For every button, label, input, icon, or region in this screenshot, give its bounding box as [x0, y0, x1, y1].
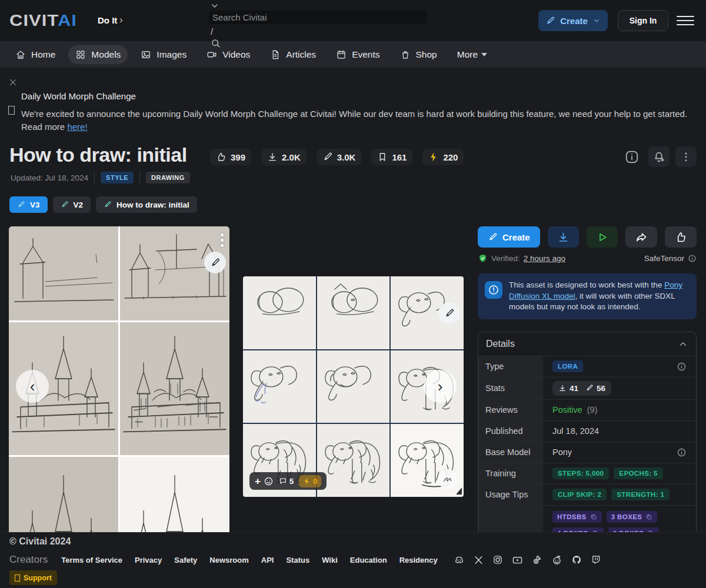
search-icon[interactable] [210, 38, 221, 49]
footer-link-terms[interactable]: Terms of Service [61, 556, 122, 564]
copyright: © Civitai 2024 [9, 536, 71, 547]
downloads-stat[interactable]: 2.0K [261, 149, 307, 165]
civitai-logo[interactable]: CIVITAI [9, 10, 77, 30]
instagram-icon[interactable] [492, 554, 503, 565]
share-icon [635, 231, 648, 243]
exclamation-circle-icon [488, 284, 499, 296]
footer-link-api[interactable]: API [261, 556, 274, 564]
heart-icon [15, 574, 20, 582]
hamburger-menu-button[interactable] [677, 13, 694, 28]
lightning-icon [303, 477, 311, 485]
brush-icon [17, 201, 25, 209]
remix-brush-badge[interactable] [204, 252, 226, 273]
carousel-prev-button[interactable]: ‹ [16, 370, 49, 403]
announcement-title: Daily World Morph Challenge [21, 91, 692, 101]
create-menu-button[interactable]: Create [538, 10, 608, 31]
likes-stat[interactable]: 399 [210, 149, 251, 165]
read-more-link[interactable]: here! [67, 122, 87, 132]
do-it-link[interactable]: Do It› [98, 15, 123, 25]
nav-item-models[interactable]: Models [68, 45, 128, 64]
tip-buzz-button[interactable]: 0 [299, 475, 321, 487]
image-menu-button[interactable] [221, 233, 224, 247]
chevron-down-icon[interactable] [210, 1, 219, 11]
nav-item-images[interactable]: Images [134, 45, 194, 64]
details-header[interactable]: Details [478, 332, 696, 356]
creator-avatar[interactable] [438, 469, 458, 489]
twitch-icon[interactable] [591, 554, 601, 565]
verified-time-link[interactable]: 2 hours ago [524, 254, 565, 263]
tag-drawing[interactable]: DRAWING [146, 172, 190, 183]
info-icon[interactable] [688, 254, 697, 263]
brush-icon [210, 258, 221, 268]
close-icon [8, 78, 18, 87]
search-widget: / [209, 1, 428, 49]
github-icon[interactable] [571, 554, 582, 565]
support-button[interactable]: Support [9, 570, 57, 585]
megaphone-icon [8, 106, 15, 115]
tag-style[interactable]: STYLE [101, 172, 134, 183]
detail-row-stats: Stats 41 56 [478, 377, 696, 399]
clip-skip-badge: CLIP SKIP: 2 [552, 489, 607, 500]
x-twitter-icon[interactable] [474, 555, 484, 565]
gallery-image-castle[interactable]: ‹ [9, 226, 229, 532]
download-button[interactable] [548, 226, 579, 248]
action-buttons: Create [478, 226, 697, 248]
carousel-next-button[interactable]: › [424, 370, 457, 403]
tips-stat[interactable]: 220 [422, 149, 464, 165]
create-with-model-button[interactable]: Create [478, 226, 540, 248]
generations-stat[interactable]: 3.0K [317, 149, 362, 165]
info-icon[interactable] [677, 362, 687, 372]
reddit-icon[interactable] [551, 554, 562, 566]
footer-link-wiki[interactable]: Wiki [322, 556, 338, 564]
bookmarks-stat[interactable]: 161 [371, 149, 412, 165]
version-tab-v2[interactable]: V2 [53, 196, 91, 213]
creators-label[interactable]: Creators [9, 554, 48, 566]
footer-link-status[interactable]: Status [286, 556, 309, 564]
sign-in-button[interactable]: Sign In [618, 10, 668, 31]
footer-link-education[interactable]: Education [350, 556, 387, 564]
brush-icon [488, 232, 498, 242]
nav-item-more[interactable]: More [450, 45, 494, 64]
discord-icon[interactable] [454, 554, 465, 566]
search-input[interactable] [209, 11, 427, 24]
bookmark-icon [377, 152, 388, 162]
close-button[interactable] [8, 78, 18, 87]
info-button[interactable] [621, 146, 642, 167]
add-reaction-button[interactable]: + [255, 476, 274, 486]
chevron-up-icon [678, 339, 688, 349]
nav-item-home[interactable]: Home [8, 45, 62, 64]
tiktok-icon[interactable] [532, 554, 542, 565]
video-icon [207, 49, 217, 60]
share-button[interactable] [625, 226, 657, 248]
remix-brush-badge[interactable] [438, 302, 460, 324]
footer-link-privacy[interactable]: Privacy [135, 556, 162, 564]
youtube-icon[interactable] [512, 554, 523, 566]
gallery-image-elephant[interactable]: › + 5 0 [243, 276, 464, 497]
download-icon [557, 231, 570, 243]
notify-button[interactable] [648, 146, 670, 167]
copy-icon [590, 513, 597, 520]
trigger-word-badge[interactable]: 3 BOXES [607, 511, 658, 523]
detail-row-type: Type LORA [478, 356, 696, 377]
version-tab-named[interactable]: How to draw: initial [96, 196, 197, 213]
reviews-link[interactable]: Positive [552, 405, 582, 415]
version-tab-v3[interactable]: V3 [9, 196, 48, 213]
info-icon[interactable] [677, 447, 687, 457]
brush-icon [585, 384, 594, 392]
footer-link-safety[interactable]: Safety [174, 556, 197, 564]
search-shortcut-key: / [211, 26, 428, 36]
run-button[interactable] [587, 226, 618, 248]
more-options-button[interactable] [675, 146, 697, 167]
comments-count[interactable]: 5 [279, 477, 294, 486]
version-tabs: V3 V2 How to draw: initial [9, 196, 197, 213]
brush-icon [444, 308, 455, 319]
like-button[interactable] [665, 226, 697, 248]
chevron-down-icon [592, 16, 601, 25]
detail-row-base-model: Base Model Pony [478, 442, 696, 463]
divider [94, 172, 95, 183]
trigger-word-badge[interactable]: HTDSBS [552, 511, 602, 523]
footer-link-residency[interactable]: Residency [399, 556, 438, 564]
brush-icon [545, 16, 555, 26]
footer-link-newsroom[interactable]: Newsroom [209, 556, 248, 564]
type-badge[interactable]: LORA [552, 360, 583, 372]
